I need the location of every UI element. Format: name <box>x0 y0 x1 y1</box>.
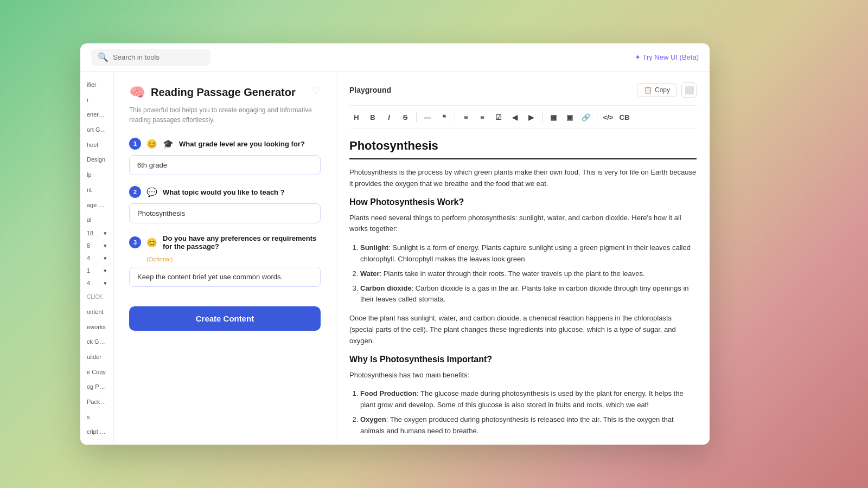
sidebar: ifier r enerator ort Ge... heet Design l… <box>80 72 114 445</box>
playground-panel: Playground 📋 Copy ⬜ H B I <box>336 72 710 445</box>
sidebar-item-9[interactable]: al <box>80 212 113 227</box>
sidebar-bottom-7[interactable]: s <box>80 409 113 425</box>
sidebar-bottom-2[interactable]: ck Generato <box>80 334 113 349</box>
tool-description: This powerful tool helps you to create e… <box>129 105 321 125</box>
tool-title: Reading Passage Generator <box>151 86 296 99</box>
try-new-ui-button[interactable]: ✦ Try New UI (Beta) <box>635 53 699 61</box>
section1-outro: Once the plant has sunlight, water, and … <box>349 313 697 346</box>
save-button[interactable]: ⬜ <box>681 82 697 98</box>
tool-icon: 🧠 <box>129 85 145 100</box>
content-title: Photosynthesis <box>349 139 697 153</box>
toolbar-image[interactable]: ▣ <box>563 110 577 124</box>
toolbar-code[interactable]: </> <box>601 110 615 124</box>
step-2-number: 2 <box>129 186 141 198</box>
search-icon: 🔍 <box>98 52 108 62</box>
step-2-header: 2 💬 What topic would you like to teach ? <box>129 186 321 198</box>
sidebar-item-0[interactable]: ifier <box>80 77 113 92</box>
toolbar-hr[interactable]: — <box>420 110 435 124</box>
tool-header: 🧠 Reading Passage Generator ♡ <box>129 85 321 100</box>
tool-title-row: 🧠 Reading Passage Generator <box>129 85 296 100</box>
sidebar-click-label: CLICK <box>80 290 113 304</box>
sidebar-item-4[interactable]: heet <box>80 137 113 152</box>
section2-title: Why Is Photosynthesis Important? <box>349 355 697 364</box>
search-input[interactable] <box>113 53 200 61</box>
sidebar-bottom-3[interactable]: uilder <box>80 349 113 364</box>
grade-level-input[interactable] <box>129 155 321 175</box>
step-3-number: 3 <box>129 236 141 248</box>
step-1-header: 1 😊 🎓 What grade level are you looking f… <box>129 138 321 150</box>
step-3-label: Do you have any preferences or requireme… <box>163 234 321 251</box>
list-item-sunlight: Sunlight: Sunlight is a form of energy. … <box>360 242 697 265</box>
form-panel: 🧠 Reading Passage Generator ♡ This power… <box>114 72 336 445</box>
sidebar-number-0: 18 ▾ <box>80 227 113 240</box>
step-1-emoji2: 🎓 <box>163 139 174 149</box>
toolbar-table[interactable]: ▦ <box>546 110 560 124</box>
list-item-co2: Carbon dioxide: Carbon dioxide is a gas … <box>360 283 697 306</box>
copy-icon: 📋 <box>644 86 652 94</box>
step-1-emoji1: 😊 <box>146 139 157 149</box>
sidebar-number-2: 4 ▾ <box>80 252 113 265</box>
step-1-label: What grade level are you looking for? <box>179 140 305 148</box>
heart-icon[interactable]: ♡ <box>312 85 321 97</box>
toolbar-indent-left[interactable]: ◀ <box>508 110 522 124</box>
toolbar-heading[interactable]: H <box>349 110 363 124</box>
section1-intro: Plants need several things to perform ph… <box>349 213 697 235</box>
step-2-label: What topic would you like to teach ? <box>163 188 285 196</box>
toolbar-link[interactable]: 🔗 <box>579 110 593 124</box>
list-item-food: Food Production: The glucose made during… <box>360 388 697 411</box>
playground-actions: 📋 Copy ⬜ <box>637 82 697 98</box>
toolbar-checklist[interactable]: ☑ <box>492 110 506 124</box>
topic-input[interactable] <box>129 203 321 223</box>
sidebar-item-1[interactable]: r <box>80 92 113 107</box>
sidebar-bottom-8[interactable]: cript Collec <box>80 424 113 439</box>
content-body: Photosynthesis Photosynthesis is the pro… <box>349 139 697 445</box>
toolbar-ordered-list[interactable]: ≡ <box>475 110 489 124</box>
list-item-water: Water: Plants take in water through thei… <box>360 268 697 280</box>
copy-button[interactable]: 📋 Copy <box>637 83 677 97</box>
sidebar-item-6[interactable]: lp <box>80 167 113 182</box>
toolbar-strike[interactable]: S <box>398 110 412 124</box>
section2-list: Food Production: The glucose made during… <box>349 388 697 436</box>
toolbar-divider-4 <box>597 112 597 122</box>
toolbar-divider-1 <box>416 112 417 122</box>
section1-title: How Photosynthesis Work? <box>349 197 697 207</box>
form-step-2: 2 💬 What topic would you like to teach ? <box>129 186 321 223</box>
content-area: ifier r enerator ort Ge... heet Design l… <box>80 72 710 445</box>
sidebar-bottom-1[interactable]: eworks <box>80 319 113 335</box>
sidebar-bottom-4[interactable]: e Copy <box>80 364 113 380</box>
step-3-emoji: 😊 <box>146 237 157 248</box>
search-container[interactable]: 🔍 <box>91 49 210 66</box>
sidebar-number-4: 4 ▾ <box>80 277 113 290</box>
main-content: 🧠 Reading Passage Generator ♡ This power… <box>114 72 710 445</box>
optional-label: (Optional) <box>146 256 321 262</box>
toolbar-divider-2 <box>455 112 455 122</box>
step-3-header: 3 😊 Do you have any preferences or requi… <box>129 234 321 251</box>
sidebar-number-3: 1 ▾ <box>80 265 113 277</box>
preferences-input[interactable] <box>129 267 321 287</box>
sidebar-item-8[interactable]: age Ge... <box>80 197 113 213</box>
toolbar-bold[interactable]: B <box>366 110 380 124</box>
sidebar-item-3[interactable]: ort Ge... <box>80 122 113 137</box>
sidebar-item-7[interactable]: nt <box>80 182 113 197</box>
sidebar-bottom-5[interactable]: og Package <box>80 379 113 394</box>
form-step-1: 1 😊 🎓 What grade level are you looking f… <box>129 138 321 175</box>
sidebar-bottom-0[interactable]: ontent <box>80 304 113 319</box>
sidebar-item-2[interactable]: enerator <box>80 107 113 122</box>
main-window: 🔍 ✦ Try New UI (Beta) ifier r enerator o… <box>80 43 710 445</box>
toolbar-bullet-list[interactable]: ≡ <box>459 110 473 124</box>
editor-toolbar: H B I S — ❝ ≡ ≡ ☑ ◀ ▶ ▦ ▣ 🔗 <box>349 105 697 129</box>
list-item-oxygen: Oxygen: The oxygen produced during photo… <box>360 414 697 437</box>
sidebar-bottom-6[interactable]: Package <box>80 394 113 409</box>
toolbar-indent-right[interactable]: ▶ <box>524 110 538 124</box>
sidebar-item-5[interactable]: Design <box>80 152 113 167</box>
toolbar-quote[interactable]: ❝ <box>437 110 451 124</box>
section2-intro: Photosynthesis has two main benefits: <box>349 370 697 381</box>
content-divider <box>349 158 697 159</box>
step-1-number: 1 <box>129 138 141 150</box>
save-icon: ⬜ <box>685 86 694 94</box>
create-content-button[interactable]: Create Content <box>129 306 321 331</box>
step-2-emoji: 💬 <box>146 187 157 197</box>
sidebar-number-1: 8 ▾ <box>80 240 113 252</box>
toolbar-codeblock[interactable]: CB <box>617 110 631 124</box>
toolbar-italic[interactable]: I <box>382 110 396 124</box>
